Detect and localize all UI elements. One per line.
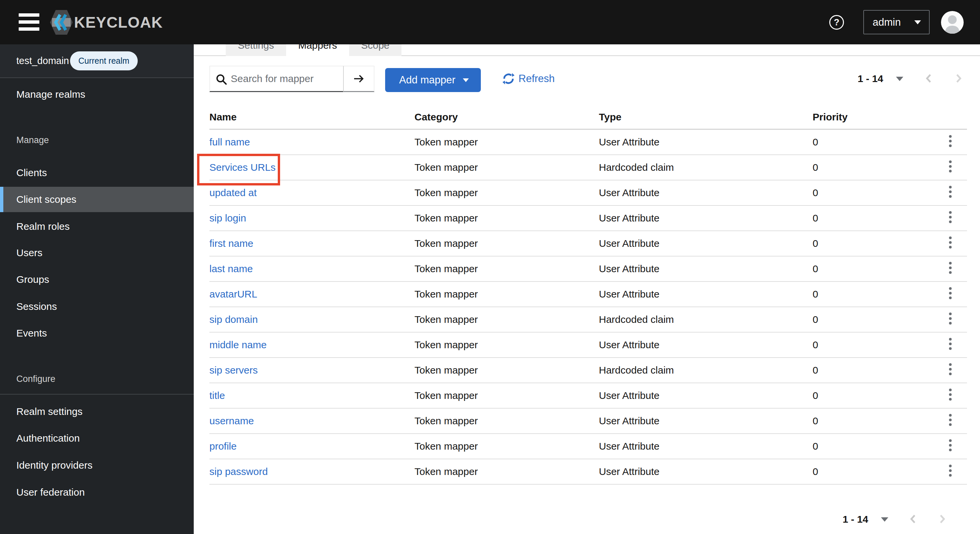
mapper-type: Hardcoded claim — [599, 162, 813, 173]
mappers-table: Name Category Type Priority full name To… — [209, 105, 967, 485]
sidebar-item-client-scopes[interactable]: Client scopes — [0, 187, 194, 212]
search-icon — [216, 74, 227, 85]
pagination-top: 1 - 14 — [858, 67, 963, 91]
previous-page-button[interactable] — [925, 73, 933, 85]
sidebar-item-groups[interactable]: Groups — [0, 267, 194, 292]
sidebar-item-user-federation[interactable]: User federation — [0, 480, 194, 505]
sidebar-item-identity-providers[interactable]: Identity providers — [0, 453, 194, 478]
row-actions-kebab-icon[interactable] — [943, 258, 957, 278]
mapper-link[interactable]: updated at — [209, 187, 257, 198]
keycloak-logo: KEYCLOAK — [50, 0, 163, 45]
pagination-range[interactable]: 1 - 14 — [843, 514, 868, 525]
masthead-right: ? admin — [829, 0, 964, 45]
mapper-priority: 0 — [813, 187, 934, 198]
search-input-wrap — [209, 66, 343, 92]
keycloak-admin-console: Settings Mappers Scope Add mapper — [0, 0, 980, 534]
add-mapper-button[interactable]: Add mapper — [385, 68, 481, 92]
sidebar-item-realm-roles[interactable]: Realm roles — [0, 214, 194, 239]
chevron-down-icon — [914, 20, 921, 24]
column-header-name: Name — [209, 112, 414, 123]
mapper-link[interactable]: first name — [209, 238, 253, 249]
chevron-left-icon — [925, 73, 933, 84]
mapper-type: User Attribute — [599, 212, 813, 224]
mapper-link[interactable]: sip login — [209, 212, 246, 223]
mapper-category: Token mapper — [414, 441, 599, 452]
refresh-label: Refresh — [519, 73, 555, 85]
pagination-range[interactable]: 1 - 14 — [858, 73, 883, 84]
sidebar-item-realm-settings[interactable]: Realm settings — [0, 399, 194, 424]
mapper-category: Token mapper — [414, 187, 599, 198]
mapper-category: Token mapper — [414, 466, 599, 477]
help-icon[interactable]: ? — [829, 15, 844, 30]
next-page-button[interactable] — [938, 514, 946, 525]
row-actions-kebab-icon[interactable] — [943, 384, 957, 405]
hamburger-menu-icon[interactable] — [19, 13, 39, 31]
mapper-priority: 0 — [813, 339, 934, 351]
previous-page-button[interactable] — [909, 514, 917, 525]
table-row: sip password Token mapper User Attribute… — [209, 459, 967, 485]
table-header-row: Name Category Type Priority — [209, 105, 967, 130]
mapper-link[interactable]: profile — [209, 441, 237, 452]
refresh-button[interactable]: Refresh — [503, 67, 555, 91]
pagination-caret-icon[interactable] — [896, 77, 903, 81]
chevron-left-icon — [909, 514, 917, 524]
row-actions-kebab-icon[interactable] — [943, 359, 957, 379]
row-actions-kebab-icon[interactable] — [943, 131, 957, 151]
mapper-link[interactable]: username — [209, 415, 254, 426]
pagination-caret-icon[interactable] — [881, 517, 888, 522]
row-actions-kebab-icon[interactable] — [943, 461, 957, 481]
table-row: profile Token mapper User Attribute 0 — [209, 434, 967, 459]
row-actions-kebab-icon[interactable] — [943, 283, 957, 303]
row-actions-kebab-icon[interactable] — [943, 182, 957, 202]
realm-selector[interactable]: test_domain Current realm — [0, 45, 194, 77]
sidebar-item-users[interactable]: Users — [0, 240, 194, 266]
table-row: updated at Token mapper User Attribute 0 — [209, 180, 967, 206]
user-menu-dropdown[interactable]: admin — [863, 10, 930, 34]
realm-name: test_domain — [16, 45, 69, 77]
mapper-priority: 0 — [813, 212, 934, 224]
next-page-button[interactable] — [955, 73, 963, 85]
table-row: last name Token mapper User Attribute 0 — [209, 257, 967, 282]
sidebar-item-sessions[interactable]: Sessions — [0, 294, 194, 319]
mapper-link-services-urls[interactable]: Services URLs — [209, 162, 275, 173]
sidebar-item-authentication[interactable]: Authentication — [0, 426, 194, 451]
sidebar-item-clients[interactable]: Clients — [0, 160, 194, 185]
sidebar-item-manage-realms[interactable]: Manage realms — [0, 82, 194, 107]
chevron-down-icon — [463, 78, 469, 82]
table-row: title Token mapper User Attribute 0 — [209, 383, 967, 409]
mapper-link[interactable]: sip domain — [209, 314, 258, 325]
mapper-category: Token mapper — [414, 390, 599, 401]
mapper-link[interactable]: last name — [209, 263, 253, 274]
mapper-link[interactable]: avatarURL — [209, 289, 257, 300]
row-actions-kebab-icon[interactable] — [943, 207, 957, 227]
mapper-link[interactable]: full name — [209, 136, 250, 147]
avatar[interactable] — [941, 11, 964, 34]
mapper-link[interactable]: sip servers — [209, 365, 258, 376]
column-header-type: Type — [599, 112, 813, 123]
user-menu-label: admin — [864, 16, 900, 28]
mapper-link[interactable]: sip password — [209, 466, 268, 477]
mapper-type: User Attribute — [599, 187, 813, 198]
mapper-category: Token mapper — [414, 339, 599, 351]
brand-name: KEYCLOAK — [74, 13, 163, 31]
mapper-link[interactable]: title — [209, 390, 225, 401]
search-input[interactable] — [231, 66, 341, 91]
row-actions-kebab-icon[interactable] — [943, 309, 957, 328]
add-mapper-label: Add mapper — [385, 74, 455, 86]
mapper-priority: 0 — [813, 263, 934, 274]
row-actions-kebab-icon[interactable] — [943, 435, 957, 455]
mapper-type: User Attribute — [599, 390, 813, 401]
row-actions-kebab-icon[interactable] — [943, 233, 957, 252]
row-actions-kebab-icon[interactable] — [943, 410, 957, 430]
refresh-icon — [503, 73, 514, 85]
sidebar-section-manage: Manage — [16, 135, 49, 145]
search-submit-button[interactable] — [343, 66, 374, 92]
mapper-link[interactable]: middle name — [209, 339, 267, 350]
mapper-type: User Attribute — [599, 466, 813, 477]
row-actions-kebab-icon[interactable] — [943, 334, 957, 354]
mapper-type: Hardcoded claim — [599, 365, 813, 376]
sidebar-item-events[interactable]: Events — [0, 320, 194, 346]
chevron-right-icon — [938, 514, 946, 524]
table-row: sip servers Token mapper Hardcoded claim… — [209, 358, 967, 383]
row-actions-kebab-icon[interactable] — [943, 156, 957, 177]
